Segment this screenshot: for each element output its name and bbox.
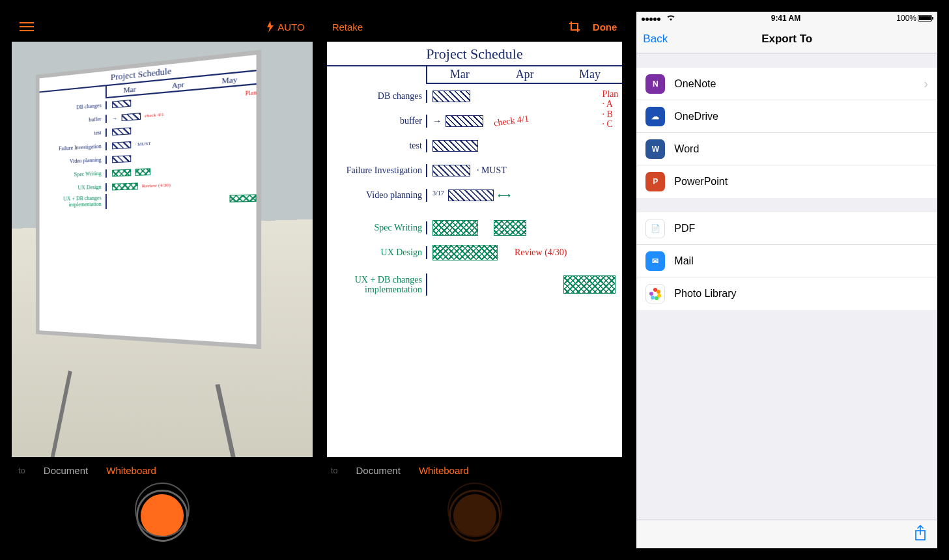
share-icon[interactable] [914, 525, 927, 544]
wb-task: UX + DB changes implementation [39, 194, 106, 210]
arrow-icon: ⟷ [498, 190, 511, 201]
wb-task: Spec Writing [327, 221, 427, 234]
photos-icon [645, 284, 665, 303]
wb-month: May [558, 66, 623, 83]
ios-navbar: Back Export To [636, 25, 937, 53]
wb-task: Spec Writing [39, 169, 106, 180]
shutter-button[interactable] [138, 492, 186, 540]
wb-annot: Review (4/30) [142, 182, 171, 189]
review-topbar: Retake Done [324, 12, 625, 42]
export-label: PowerPoint [674, 176, 728, 188]
wb-annot: · MUST [135, 141, 151, 147]
wb-annot: check 4/1 [493, 113, 530, 128]
export-group-other: 📄 PDF ✉ Mail Photo Library [636, 212, 937, 310]
done-button[interactable]: Done [593, 21, 617, 33]
signal-icon [642, 14, 675, 23]
status-time: 9:41 AM [771, 14, 801, 23]
ios-statusbar: 9:41 AM 100% [636, 12, 937, 25]
battery-pct: 100% [896, 14, 916, 23]
mode-whiteboard[interactable]: Whiteboard [419, 465, 469, 476]
screen-export: 9:41 AM 100% Back Export To N OneNote › … [636, 12, 937, 548]
menu-icon[interactable] [20, 22, 34, 31]
flash-icon [266, 21, 275, 33]
wb-task: DB changes [327, 90, 427, 102]
export-label: OneNote [674, 78, 716, 90]
review-viewport[interactable]: Project Schedule Mar Apr May DB changes … [324, 42, 625, 457]
wb-annot: · A [602, 99, 612, 109]
flash-toggle[interactable]: AUTO [266, 21, 304, 33]
wb-task: Video planning [39, 156, 106, 167]
mode-document[interactable]: Document [44, 465, 88, 476]
wb-task: UX Design [327, 246, 427, 259]
whiteboard-easel: Project Schedule Mar Apr May DB changesP… [36, 49, 261, 424]
wb-task: UX + DB changes implementation [327, 273, 427, 296]
page-title: Export To [636, 33, 937, 46]
export-row-onedrive[interactable]: ☁ OneDrive [636, 100, 937, 133]
onenote-icon: N [645, 74, 665, 94]
mode-to: to [331, 466, 338, 475]
battery-indicator: 100% [896, 14, 932, 23]
export-label: Mail [674, 255, 693, 267]
arrow-icon: → [432, 116, 442, 126]
wb-annot: check 4/1 [145, 111, 163, 119]
mode-whiteboard[interactable]: Whiteboard [106, 465, 156, 476]
screen-review: Retake Done Project Schedule Mar Apr May… [324, 12, 625, 548]
word-icon: W [645, 139, 665, 159]
wb-task: buffer [327, 115, 427, 127]
svg-point-3 [655, 296, 659, 300]
mail-icon: ✉ [645, 251, 665, 271]
export-row-pdf[interactable]: 📄 PDF [636, 212, 937, 245]
export-label: Photo Library [674, 288, 736, 300]
svg-point-4 [651, 296, 655, 300]
room-background: Project Schedule Mar Apr May DB changesP… [12, 42, 313, 457]
export-label: Word [674, 143, 699, 155]
flash-mode-label: AUTO [277, 21, 304, 33]
wb-annot: Review (4/30) [515, 247, 567, 258]
wifi-icon [666, 14, 675, 23]
mode-selector: to Document Whiteboard [324, 457, 625, 483]
wb-task: Failure Investigation [327, 164, 427, 176]
svg-point-5 [649, 292, 653, 296]
mode-selector: to Document Whiteboard [12, 457, 313, 483]
export-label: OneDrive [674, 111, 718, 122]
export-label: PDF [674, 223, 695, 234]
camera-viewport[interactable]: Project Schedule Mar Apr May DB changesP… [12, 42, 313, 457]
crop-icon[interactable] [568, 20, 581, 33]
export-row-onenote[interactable]: N OneNote › [636, 68, 937, 100]
mode-document[interactable]: Document [356, 465, 401, 476]
wb-title: Project Schedule [327, 42, 623, 66]
wb-annot: · MUST [477, 165, 507, 176]
onedrive-icon: ☁ [645, 107, 665, 126]
shutter-button-disabled [451, 492, 499, 540]
whiteboard-mini: Project Schedule Mar Apr May DB changesP… [36, 49, 261, 349]
retake-button[interactable]: Retake [332, 21, 363, 33]
wb-task: Failure Investigation [39, 142, 106, 154]
mode-to: to [18, 466, 25, 475]
svg-point-1 [657, 290, 660, 294]
export-row-photolibrary[interactable]: Photo Library [636, 277, 937, 310]
wb-annot: Plan [245, 89, 256, 97]
wb-annot: Plan [602, 89, 618, 99]
wb-month: Mar [427, 66, 492, 83]
wb-annot: 3/17 [432, 189, 444, 197]
export-row-word[interactable]: W Word [636, 133, 937, 165]
shutter-area [12, 483, 313, 548]
camera-topbar: AUTO [12, 12, 313, 42]
wb-task: test [327, 139, 427, 152]
export-group-apps: N OneNote › ☁ OneDrive W Word P PowerPoi… [636, 68, 937, 198]
ios-toolbar [636, 520, 937, 548]
export-row-mail[interactable]: ✉ Mail [636, 245, 937, 277]
pdf-icon: 📄 [645, 219, 665, 238]
shutter-area [324, 483, 625, 548]
whiteboard-processed: Project Schedule Mar Apr May DB changes … [327, 42, 623, 457]
powerpoint-icon: P [645, 172, 665, 191]
export-row-powerpoint[interactable]: P PowerPoint [636, 165, 937, 198]
screen-capture-camera: AUTO Project Schedule Mar Apr May D [12, 12, 313, 548]
wb-task: Video planning [327, 189, 427, 201]
wb-month: Apr [492, 66, 558, 83]
svg-point-0 [653, 288, 657, 292]
wb-task: UX Design [39, 183, 106, 193]
back-button[interactable]: Back [643, 33, 668, 46]
chevron-right-icon: › [924, 76, 928, 91]
